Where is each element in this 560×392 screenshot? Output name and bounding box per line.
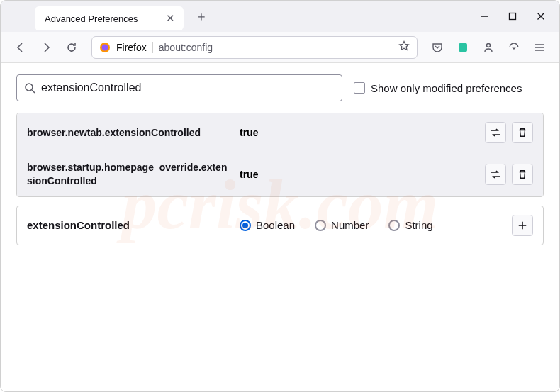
preference-value: true — [240, 169, 478, 180]
new-tab-button[interactable]: ＋ — [191, 6, 212, 27]
radio-label: Boolean — [256, 219, 295, 231]
minimize-button[interactable] — [470, 5, 498, 28]
radio-icon — [240, 220, 251, 231]
url-bar[interactable]: Firefox about:config — [91, 36, 418, 59]
trash-icon — [517, 128, 527, 138]
radio-icon — [388, 220, 400, 231]
preference-row: browser.startup.homepage_override.extens… — [17, 152, 543, 196]
toggle-button[interactable] — [485, 122, 506, 143]
svg-rect-1 — [510, 13, 516, 20]
delete-button[interactable] — [512, 164, 533, 185]
radio-boolean[interactable]: Boolean — [240, 219, 295, 231]
toggle-icon — [490, 127, 501, 138]
svg-point-11 — [26, 84, 33, 91]
add-button[interactable] — [512, 215, 533, 236]
search-input[interactable] — [41, 82, 335, 94]
forward-button[interactable] — [35, 36, 57, 59]
browser-tab[interactable]: Advanced Preferences ✕ — [35, 6, 184, 30]
svg-point-5 — [102, 44, 108, 50]
type-radio-group: Boolean Number String — [240, 219, 505, 231]
new-preference-name: extensionControlled — [27, 219, 233, 231]
about-config-content: Show only modified preferences browser.n… — [1, 63, 559, 257]
reload-button[interactable] — [60, 36, 83, 59]
maximize-button[interactable] — [498, 5, 527, 28]
urlbar-brand: Firefox — [116, 42, 153, 53]
close-window-button[interactable] — [527, 5, 555, 28]
show-modified-checkbox[interactable]: Show only modified preferences — [354, 82, 522, 94]
trash-icon — [517, 169, 527, 179]
preference-name: browser.startup.homepage_override.extens… — [27, 161, 233, 188]
new-preference-row: extensionControlled Boolean Number Strin… — [16, 206, 544, 245]
radio-icon — [315, 220, 326, 231]
browser-toolbar: Firefox about:config — [1, 32, 559, 63]
tab-title: Advanced Preferences — [45, 13, 164, 24]
svg-line-12 — [32, 90, 35, 93]
plus-icon — [517, 220, 527, 230]
back-button[interactable] — [9, 36, 32, 59]
radio-number[interactable]: Number — [315, 219, 369, 231]
radio-label: String — [405, 219, 432, 231]
delete-button[interactable] — [512, 122, 533, 143]
checkbox-label: Show only modified preferences — [371, 82, 522, 94]
svg-point-7 — [487, 43, 491, 47]
search-box[interactable] — [16, 74, 342, 101]
preference-name: browser.newtab.extensionControlled — [27, 126, 233, 140]
search-icon — [24, 82, 35, 94]
radio-label: Number — [331, 219, 369, 231]
app-menu-button[interactable] — [528, 36, 551, 59]
svg-rect-6 — [459, 43, 467, 52]
close-tab-icon[interactable]: ✕ — [164, 12, 177, 25]
toggle-button[interactable] — [485, 164, 506, 185]
bookmark-star-icon[interactable] — [398, 40, 410, 55]
extension-icon[interactable] — [452, 36, 474, 59]
titlebar: Advanced Preferences ✕ ＋ — [1, 1, 559, 32]
firefox-icon — [99, 42, 111, 53]
radio-string[interactable]: String — [388, 219, 432, 231]
account-icon[interactable] — [477, 36, 500, 59]
toggle-icon — [490, 169, 501, 180]
pocket-icon[interactable] — [426, 36, 449, 59]
overflow-icon[interactable] — [503, 36, 525, 59]
preference-table: browser.newtab.extensionControlled true … — [16, 113, 544, 197]
checkbox-icon[interactable] — [354, 82, 365, 94]
preference-row: browser.newtab.extensionControlled true — [17, 113, 543, 152]
urlbar-url: about:config — [159, 42, 393, 53]
preference-value: true — [240, 127, 478, 138]
